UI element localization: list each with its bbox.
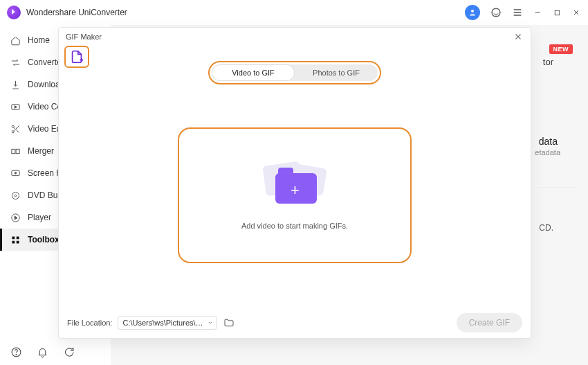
peek-text: data	[539, 136, 558, 147]
home-icon	[10, 35, 21, 46]
merger-icon	[10, 145, 21, 157]
tab-photos-to-gif[interactable]: Photos to GIF	[295, 64, 378, 81]
support-icon[interactable]	[490, 6, 502, 19]
svg-point-5	[12, 130, 14, 132]
sidebar-item-label: Toolbox	[28, 235, 59, 244]
peek-text: CD.	[539, 223, 553, 233]
svg-point-10	[12, 192, 19, 199]
tab-video-to-gif[interactable]: Video to GIF	[212, 64, 295, 81]
svg-point-4	[12, 125, 14, 127]
app-title: Wondershare UniConverter	[26, 8, 127, 17]
sidebar-item-label: Merger	[28, 146, 54, 156]
sidebar-item-label: Home	[28, 35, 50, 45]
file-location-label: File Location:	[67, 319, 112, 327]
close-window-button[interactable]	[571, 8, 581, 17]
svg-point-18	[15, 354, 16, 355]
dropzone-text: Add video to start making GIFs.	[241, 222, 348, 230]
disc-icon	[10, 190, 21, 201]
recorder-icon	[10, 168, 21, 179]
app-window: Wondershare UniConverter	[0, 0, 588, 365]
add-file-button[interactable]	[64, 46, 89, 68]
account-icon[interactable]	[465, 5, 480, 20]
converter-icon	[10, 57, 21, 68]
bell-icon[interactable]	[36, 346, 48, 358]
svg-point-11	[15, 195, 17, 197]
chevron-down-icon	[208, 319, 213, 326]
menu-icon[interactable]	[512, 7, 523, 18]
maximize-button[interactable]	[552, 8, 562, 17]
play-icon	[10, 212, 21, 223]
new-badge: NEW	[549, 44, 573, 54]
svg-point-9	[15, 172, 17, 174]
minimize-button[interactable]	[533, 8, 542, 17]
scissors-icon	[10, 123, 21, 134]
peek-text: etadata	[535, 148, 560, 157]
peek-text: tor	[543, 57, 553, 67]
svg-rect-15	[12, 240, 15, 243]
svg-point-1	[492, 8, 500, 17]
svg-rect-14	[16, 236, 19, 239]
gif-maker-dialog: GIF Maker Video to GIF Photos to GIF	[58, 27, 531, 339]
dialog-title: GIF Maker	[66, 33, 102, 41]
svg-point-0	[471, 10, 474, 12]
download-icon	[10, 79, 21, 90]
feedback-icon[interactable]	[62, 346, 75, 358]
compressor-icon	[10, 101, 21, 112]
open-folder-button[interactable]	[223, 317, 235, 329]
mode-tabs: Video to GIF Photos to GIF	[212, 64, 378, 81]
svg-rect-6	[11, 149, 15, 153]
app-logo-icon	[7, 6, 21, 19]
title-bar: Wondershare UniConverter	[0, 0, 588, 25]
folder-plus-icon: +	[260, 161, 329, 209]
svg-rect-16	[16, 240, 19, 243]
file-location-value: C:\Users\ws\Pictures\Wonders	[122, 319, 203, 327]
svg-rect-2	[555, 10, 559, 15]
svg-rect-7	[16, 149, 19, 153]
svg-rect-13	[12, 236, 15, 239]
file-location-select[interactable]: C:\Users\ws\Pictures\Wonders	[118, 316, 217, 330]
sidebar-item-label: Player	[28, 213, 51, 222]
dropzone[interactable]: + Add video to start making GIFs.	[178, 127, 412, 263]
help-icon[interactable]	[10, 346, 22, 358]
toolbox-icon	[10, 234, 21, 245]
tab-highlight: Video to GIF Photos to GIF	[208, 61, 381, 84]
create-gif-button[interactable]: Create GIF	[457, 313, 522, 332]
close-icon[interactable]	[513, 31, 524, 42]
